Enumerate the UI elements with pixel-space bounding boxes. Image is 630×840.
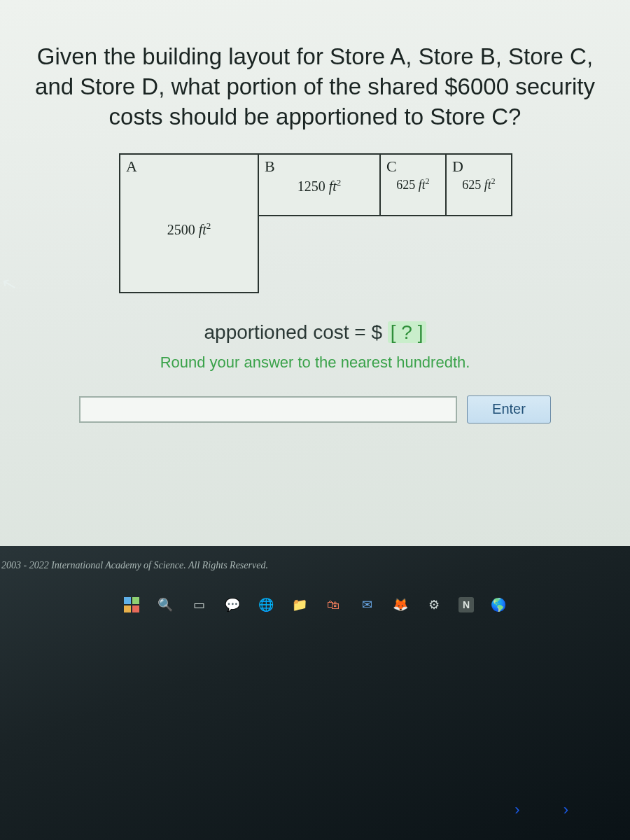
store-a-label: A: [120, 155, 258, 178]
store-c-label: C: [381, 155, 445, 178]
problem-panel: Given the building layout for Store A, S…: [0, 0, 630, 546]
cost-placeholder: [ ? ]: [388, 321, 426, 343]
cost-prefix: apportioned cost = $: [204, 321, 388, 343]
task-view-icon[interactable]: ▭: [190, 596, 208, 614]
question-text: Given the building layout for Store A, S…: [21, 42, 609, 132]
settings-icon[interactable]: ⚙: [425, 596, 443, 614]
firefox-icon[interactable]: 🦊: [391, 596, 410, 614]
indicator-dots: › ›: [514, 801, 588, 819]
apportioned-cost-line: apportioned cost = $ [ ? ]: [21, 321, 609, 344]
store-a-area: 2500 ft2: [120, 220, 258, 238]
chat-icon[interactable]: 💬: [223, 596, 241, 614]
start-icon[interactable]: [122, 596, 141, 614]
store-d-box: D 625 ft2: [445, 153, 512, 216]
search-icon[interactable]: 🔍: [156, 596, 174, 614]
earth-icon[interactable]: 🌎: [489, 596, 507, 614]
store-d-label: D: [447, 155, 511, 178]
ms-store-icon[interactable]: 🛍: [324, 596, 342, 614]
store-c-area: 625 ft2: [381, 177, 445, 192]
store-c-box: C 625 ft2: [379, 153, 447, 216]
taskbar: 🔍 ▭ 💬 🌐 📁 🛍 ✉ 🦊 ⚙ N 🌎: [0, 588, 630, 622]
store-b-box: B 1250 ft2: [258, 153, 381, 216]
store-d-area: 625 ft2: [447, 177, 511, 192]
round-instruction: Round your answer to the nearest hundred…: [21, 354, 609, 372]
building-layout: A 2500 ft2 B 1250 ft2 C 625 ft2 D 625 ft…: [21, 153, 609, 293]
answer-input[interactable]: [79, 396, 457, 423]
file-explorer-icon[interactable]: 📁: [290, 596, 309, 614]
store-a-box: A 2500 ft2: [119, 153, 259, 293]
enter-button[interactable]: Enter: [467, 396, 551, 424]
store-b-label: B: [259, 155, 379, 178]
mail-icon[interactable]: ✉: [358, 596, 376, 614]
answer-row: Enter: [21, 396, 609, 424]
edge-icon[interactable]: 🌐: [257, 596, 275, 614]
copyright-text: 2003 - 2022 International Academy of Sci…: [0, 560, 268, 571]
notion-icon[interactable]: N: [458, 597, 474, 612]
store-b-area: 1250 ft2: [259, 177, 379, 195]
